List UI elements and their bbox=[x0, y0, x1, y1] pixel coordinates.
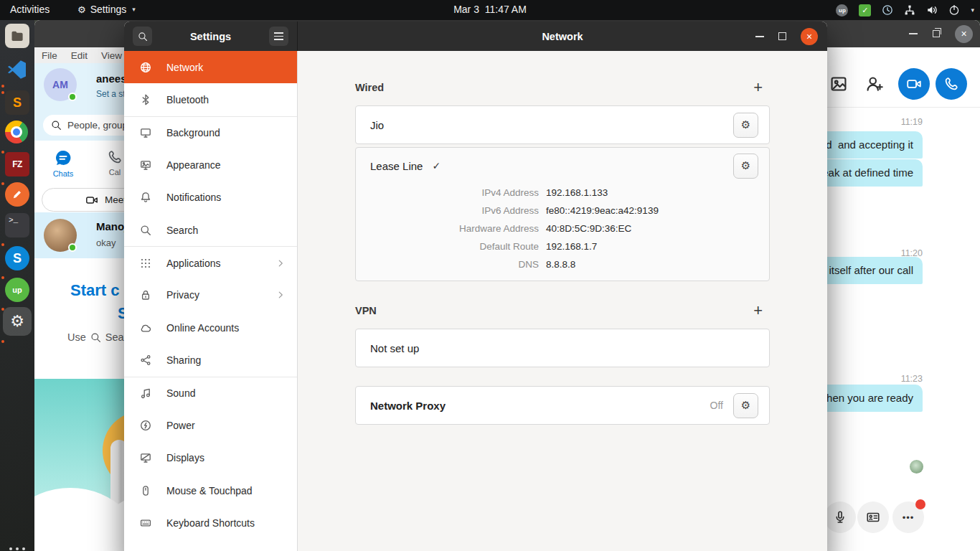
detail-value: 192.168.1.133 bbox=[546, 184, 608, 202]
detail-value: 192.168.1.7 bbox=[546, 237, 597, 255]
clock-tray-icon[interactable] bbox=[882, 4, 893, 16]
files-app-icon[interactable] bbox=[5, 24, 29, 48]
sidebar-item-label: Mouse & Touchpad bbox=[166, 485, 253, 496]
status-check-tray-icon[interactable]: ✓ bbox=[859, 4, 871, 17]
video-call-button[interactable] bbox=[898, 68, 930, 100]
settings-app-icon[interactable]: ⚙ bbox=[5, 309, 29, 334]
window-title: Settings bbox=[152, 31, 269, 42]
lock-icon bbox=[140, 289, 151, 301]
chat-bubble-icon bbox=[55, 149, 72, 166]
network-proxy-card[interactable]: Network Proxy Off ⚙ bbox=[355, 386, 770, 425]
search-button[interactable] bbox=[133, 27, 152, 46]
sidebar-item-background[interactable]: Background bbox=[124, 116, 297, 149]
tab-chats-label: Chats bbox=[53, 169, 74, 178]
upwork-tray-icon[interactable]: up bbox=[836, 4, 848, 17]
notification-dot bbox=[915, 499, 925, 509]
sidebar-item-sound[interactable]: Sound bbox=[124, 377, 297, 409]
vscode-app-icon[interactable] bbox=[5, 57, 29, 82]
minimize-button[interactable] bbox=[755, 36, 764, 37]
display-icon bbox=[140, 452, 151, 463]
phone-icon bbox=[943, 76, 959, 92]
check-icon: ✓ bbox=[432, 160, 440, 171]
detail-row: Default Route 192.168.1.7 bbox=[356, 237, 769, 255]
avatar[interactable]: AM bbox=[44, 68, 77, 101]
vpn-card[interactable]: Not set up bbox=[355, 329, 770, 367]
tray-chevron-icon[interactable]: ▾ bbox=[971, 6, 974, 14]
app-menu-label: Settings bbox=[90, 4, 127, 15]
vpn-title: VPN bbox=[355, 305, 377, 316]
online-status-dot bbox=[68, 93, 77, 101]
add-person-icon[interactable] bbox=[865, 75, 884, 93]
upwork-app-icon[interactable]: up bbox=[5, 278, 29, 302]
connection-card-lease-line[interactable]: Lease Line ✓ ⚙ IPv4 Address 192.168.1.13… bbox=[355, 147, 770, 281]
filezilla-glyph: FZ bbox=[12, 159, 22, 169]
ellipsis-icon: ••• bbox=[903, 512, 915, 523]
clock-menu[interactable]: Mar 3 11:47 AM bbox=[453, 4, 527, 15]
connection-settings-button[interactable]: ⚙ bbox=[733, 113, 758, 138]
filezilla-app-icon[interactable]: FZ bbox=[5, 152, 29, 176]
proxy-settings-button[interactable]: ⚙ bbox=[733, 393, 758, 418]
video-camera-icon bbox=[85, 194, 98, 207]
sidebar-item-sharing[interactable]: Sharing bbox=[124, 344, 297, 377]
power-tray-icon[interactable] bbox=[948, 4, 960, 16]
gallery-icon[interactable] bbox=[829, 75, 848, 93]
skype-glyph: S bbox=[13, 251, 22, 266]
terminal-app-icon[interactable]: >_ bbox=[5, 213, 29, 237]
sidebar-item-partial[interactable] bbox=[124, 540, 297, 551]
app-menu[interactable]: ⚙ Settings ▾ bbox=[77, 4, 136, 15]
detail-label: IPv6 Address bbox=[356, 202, 539, 220]
avatar-initials: AM bbox=[52, 79, 68, 90]
connection-settings-button[interactable]: ⚙ bbox=[733, 154, 758, 179]
add-vpn-button[interactable]: + bbox=[753, 303, 763, 318]
sidebar-item-search[interactable]: Search bbox=[124, 214, 297, 246]
add-wired-button[interactable]: + bbox=[753, 80, 763, 95]
terminal-glyph: >_ bbox=[9, 216, 18, 225]
wired-title: Wired bbox=[355, 82, 384, 93]
maximize-button[interactable] bbox=[778, 32, 786, 40]
sidebar-item-label: Online Accounts bbox=[166, 322, 239, 334]
vscode-icon bbox=[6, 59, 28, 80]
skype-close-button[interactable]: × bbox=[955, 25, 973, 43]
sidebar-item-keyboard-shortcuts[interactable]: Keyboard Shortcuts bbox=[124, 507, 297, 539]
sidebar-item-appearance[interactable]: Appearance bbox=[124, 149, 297, 181]
skype-app-icon[interactable]: S bbox=[5, 246, 29, 270]
chrome-app-icon[interactable] bbox=[5, 121, 28, 143]
sublime-app-icon[interactable]: S bbox=[5, 90, 29, 115]
sidebar-item-privacy[interactable]: Privacy bbox=[124, 279, 297, 311]
gear-icon: ⚙ bbox=[10, 312, 24, 331]
menu-edit[interactable]: Edit bbox=[71, 50, 88, 61]
sidebar-item-network[interactable]: Network bbox=[124, 51, 297, 83]
close-button[interactable]: × bbox=[801, 28, 818, 45]
online-status-dot bbox=[68, 243, 77, 252]
menu-file[interactable]: File bbox=[42, 50, 57, 61]
skype-minimize-button[interactable] bbox=[909, 33, 918, 34]
read-receipt-avatar bbox=[910, 460, 923, 474]
tab-chats[interactable]: Chats bbox=[47, 149, 80, 178]
sidebar-item-bluetooth[interactable]: Bluetooth bbox=[124, 83, 297, 116]
sidebar-item-displays[interactable]: Displays bbox=[124, 442, 297, 474]
sidebar-item-notifications[interactable]: Notifications bbox=[124, 182, 297, 214]
running-indicator bbox=[1, 340, 4, 343]
sidebar-item-applications[interactable]: Applications bbox=[124, 246, 297, 278]
activities-button[interactable]: Activities bbox=[10, 4, 50, 15]
sidebar-item-online-accounts[interactable]: Online Accounts bbox=[124, 311, 297, 344]
sidebar-header: Settings bbox=[124, 22, 298, 51]
voice-call-button[interactable] bbox=[936, 68, 967, 100]
contact-card-button[interactable] bbox=[857, 501, 889, 533]
keyboard-icon bbox=[140, 517, 151, 529]
sidebar-item-power[interactable]: Power bbox=[124, 409, 297, 441]
show-applications-button[interactable] bbox=[9, 545, 26, 551]
connection-card-jio[interactable]: Jio ⚙ bbox=[355, 105, 770, 144]
hamburger-menu-button[interactable] bbox=[269, 27, 288, 46]
detail-label: DNS bbox=[356, 255, 539, 273]
editor-app-icon[interactable] bbox=[5, 182, 29, 207]
menu-view[interactable]: View bbox=[101, 50, 122, 61]
volume-tray-icon[interactable] bbox=[926, 4, 938, 16]
tab-calls-label: Cal bbox=[109, 168, 121, 176]
connection-name: Jio bbox=[370, 119, 384, 131]
sidebar-item-mouse-touchpad[interactable]: Mouse & Touchpad bbox=[124, 474, 297, 507]
skype-restore-button[interactable] bbox=[933, 30, 940, 37]
microphone-button[interactable] bbox=[824, 501, 856, 533]
network-tray-icon[interactable] bbox=[904, 4, 915, 16]
pencil-icon bbox=[11, 188, 24, 201]
